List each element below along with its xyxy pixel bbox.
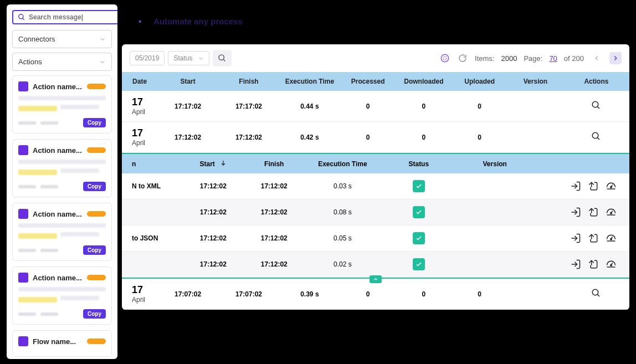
prev-page-button[interactable] xyxy=(591,52,603,64)
result-card[interactable]: Action name... Copy xyxy=(12,139,112,197)
activity-icon-button[interactable] xyxy=(439,53,450,64)
col-actions[interactable]: Actions xyxy=(563,72,629,91)
card-title: Action name... xyxy=(33,83,83,91)
result-card[interactable]: Action name... Copy xyxy=(12,75,112,134)
output-icon-button[interactable] xyxy=(587,232,599,244)
date-filter-chip[interactable]: 05/2019 xyxy=(130,51,165,65)
status-select[interactable]: Status xyxy=(168,51,209,65)
result-card[interactable]: Action name... Copy xyxy=(12,266,112,325)
status-pill xyxy=(87,339,106,344)
inner-expanded-panel: n Start Finish Execution Time Status Ver… xyxy=(122,153,629,279)
refresh-icon-button[interactable] xyxy=(457,53,468,64)
connectors-dropdown[interactable]: Connectors xyxy=(12,30,112,48)
col-inner-start[interactable]: Start xyxy=(183,154,244,173)
highlight-snippet xyxy=(18,106,57,111)
svg-point-20 xyxy=(611,212,612,214)
metrics-icon-button[interactable] xyxy=(605,232,617,244)
chevron-down-icon xyxy=(99,59,106,65)
next-page-button[interactable] xyxy=(609,52,622,64)
status-pill xyxy=(87,147,106,153)
card-meta xyxy=(18,249,58,252)
col-version[interactable]: Version xyxy=(507,72,563,91)
col-date[interactable]: Date xyxy=(122,72,157,91)
status-pill xyxy=(87,84,106,89)
col-start[interactable]: Start xyxy=(157,72,218,91)
copy-button[interactable]: Copy xyxy=(83,182,106,191)
output-icon-button[interactable] xyxy=(587,180,599,192)
main-panel: 05/2019 Status Items: 2000 Page: 70 of 2… xyxy=(122,44,629,310)
view-details-button[interactable] xyxy=(591,292,601,300)
table-row[interactable]: 17April 17:07:02 17:07:02 0.39 s 0 0 0 xyxy=(122,279,629,310)
col-inner-name[interactable]: n xyxy=(122,154,183,173)
result-card[interactable]: Action name... Copy xyxy=(12,203,112,261)
input-icon-button[interactable] xyxy=(570,180,582,192)
copy-button[interactable]: Copy xyxy=(83,245,106,255)
svg-point-30 xyxy=(611,264,612,266)
card-meta xyxy=(18,312,58,316)
svg-point-15 xyxy=(611,186,612,188)
chevron-down-icon xyxy=(99,36,106,43)
card-color-icon xyxy=(18,209,28,219)
col-finish[interactable]: Finish xyxy=(218,72,279,91)
highlight-snippet xyxy=(18,170,57,175)
card-color-icon xyxy=(18,145,28,155)
inner-table-row[interactable]: N to XML 17:12:02 17:12:02 0.03 s xyxy=(122,173,629,199)
actions-label: Actions xyxy=(18,58,42,66)
input-icon-button[interactable] xyxy=(570,258,582,270)
col-inner-status[interactable]: Status xyxy=(381,154,457,173)
col-inner-exec[interactable]: Execution Time xyxy=(305,154,381,173)
output-icon-button[interactable] xyxy=(587,206,599,218)
col-inner-actions xyxy=(533,154,629,173)
bullet-icon: • xyxy=(139,17,141,26)
input-icon-button[interactable] xyxy=(570,206,582,218)
col-downloaded[interactable]: Downloaded xyxy=(396,72,452,91)
table-row[interactable]: 17April 17:12:02 17:12:02 0.42 s 0 0 0 xyxy=(122,122,629,153)
search-input-wrap[interactable] xyxy=(12,10,117,24)
inner-table-row[interactable]: 17:12:02 17:12:02 0.02 s xyxy=(122,252,629,278)
view-details-button[interactable] xyxy=(591,135,601,143)
banner-text: Automate any process xyxy=(153,17,243,26)
search-button[interactable] xyxy=(213,50,232,66)
collapse-tab[interactable] xyxy=(370,275,382,283)
page-current[interactable]: 70 xyxy=(549,54,557,63)
view-details-button[interactable] xyxy=(591,104,601,112)
col-uploaded[interactable]: Uploaded xyxy=(452,72,507,91)
inner-table-row[interactable]: to JSON 17:12:02 17:12:02 0.05 s xyxy=(122,225,629,252)
col-inner-finish[interactable]: Finish xyxy=(244,154,305,173)
svg-line-4 xyxy=(223,59,225,61)
actions-dropdown[interactable]: Actions xyxy=(12,53,112,71)
blur-line xyxy=(60,105,99,109)
blur-line xyxy=(18,223,106,228)
svg-point-32 xyxy=(593,289,599,295)
svg-line-1 xyxy=(23,18,24,20)
col-processed[interactable]: Processed xyxy=(340,72,396,91)
col-exec[interactable]: Execution Time xyxy=(279,72,340,91)
sort-down-icon xyxy=(220,160,227,168)
activity-icon xyxy=(440,53,450,63)
col-inner-version[interactable]: Version xyxy=(457,154,533,173)
blur-line xyxy=(18,160,106,164)
input-icon-button[interactable] xyxy=(570,232,582,244)
copy-button[interactable]: Copy xyxy=(83,118,106,127)
search-input[interactable] xyxy=(29,13,115,21)
svg-point-5 xyxy=(441,54,449,62)
result-card[interactable]: Flow name... xyxy=(12,330,112,357)
inner-table: n Start Finish Execution Time Status Ver… xyxy=(122,154,629,278)
copy-button[interactable]: Copy xyxy=(83,309,106,319)
metrics-icon-button[interactable] xyxy=(605,258,617,270)
refresh-icon xyxy=(458,54,467,63)
output-icon-button[interactable] xyxy=(587,258,599,270)
status-success-icon xyxy=(413,258,425,270)
card-title: Flow name... xyxy=(33,337,83,346)
svg-point-3 xyxy=(219,55,224,60)
card-meta xyxy=(18,121,58,125)
metrics-icon-button[interactable] xyxy=(605,206,617,218)
metrics-icon-button[interactable] xyxy=(605,180,617,192)
outer-table-bottom: 17April 17:07:02 17:07:02 0.39 s 0 0 0 xyxy=(122,279,629,310)
card-color-icon xyxy=(18,81,28,91)
blur-line xyxy=(60,296,99,300)
table-row[interactable]: 17April 17:17:02 17:17:02 0.44 s 0 0 0 xyxy=(122,91,629,122)
inner-table-row[interactable]: 17:12:02 17:12:02 0.08 s xyxy=(122,199,629,225)
status-success-icon xyxy=(413,206,425,218)
status-success-icon xyxy=(413,232,425,244)
